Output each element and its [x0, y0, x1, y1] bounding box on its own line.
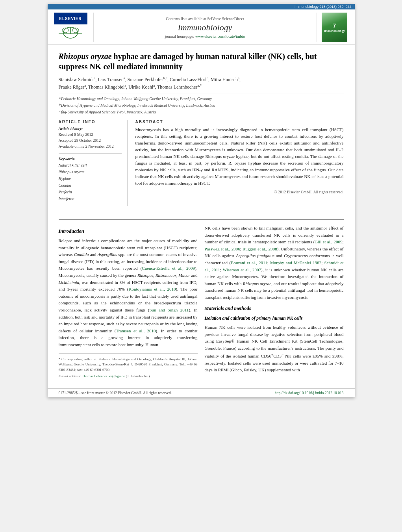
affiliation-a: ᵃ Pediatric Hematology and Oncology, Joh…: [59, 96, 344, 102]
divider: [59, 153, 122, 154]
article-title: Rhizopus oryzae hyphae are damaged by hu…: [59, 51, 344, 72]
ref-sun[interactable]: Sun and Singh 2011: [149, 308, 189, 312]
journal-volume-bar: Immunobiology 218 (2013) 939–944: [48, 4, 355, 9]
intro-paragraph: Relapse and infectious complications are…: [59, 237, 198, 348]
footnote-section: * Corresponding author at: Pediatric Hem…: [59, 353, 198, 379]
ref-ruggeri[interactable]: Ruggeri et al., 2008: [243, 247, 277, 251]
email-footnote: E-mail address: Thomas.Lehrnbecher@kgu.d…: [59, 374, 198, 379]
ref-tramsen[interactable]: Tramsen et al., 2010: [116, 328, 156, 333]
received-date: Received 8 May 2012: [59, 132, 122, 137]
main-content: Introduction Relapse and infectious comp…: [48, 225, 355, 388]
keyword-2: Rhizopus oryzae: [59, 169, 122, 175]
section-divider: [59, 219, 344, 220]
ref-gill[interactable]: Gill et al., 2009: [315, 239, 342, 244]
abstract-heading: ABSTRACT: [135, 120, 344, 124]
ref-wiseman[interactable]: Wiseman et al., 2007: [223, 267, 261, 272]
article-info-abstract: ARTICLE INFO Article history: Received 8…: [59, 120, 344, 206]
contents-label: Contents lists available at SciVerse Sci…: [166, 17, 244, 21]
article-body: Rhizopus oryzae hyphae are damaged by hu…: [48, 45, 355, 219]
journal-cover-area: 7 immunobiology: [321, 13, 348, 42]
affiliation-c: ᶜ fhg-University of Applied Sciences Tyr…: [59, 109, 344, 115]
abstract-body: Mucormycosis has a high mortality and is…: [135, 127, 344, 185]
email-suffix: (T. Lehrnbecher).: [126, 374, 151, 378]
isolation-paragraph: Human NK cells were isolated from health…: [205, 324, 344, 374]
history-label: Article history:: [59, 126, 122, 131]
page: Immunobiology 218 (2013) 939–944 ELSEVIE…: [48, 4, 355, 397]
left-column: Introduction Relapse and infectious comp…: [59, 225, 198, 380]
article-history: Article history: Received 8 May 2012 Acc…: [59, 126, 122, 149]
homepage-label: journal homepage:: [165, 34, 195, 39]
email-address: Thomas.Lehrnbecher@kgu.de: [82, 374, 125, 378]
isolation-title: Isolation and cultivation of primary hum…: [205, 315, 344, 322]
keyword-1: Natural killer cell: [59, 162, 122, 169]
title-italic: Rhizopus oryzae: [59, 52, 112, 61]
email-label: E-mail address:: [59, 374, 81, 378]
abstract-text: Mucormycosis has a high mortality and is…: [135, 126, 344, 187]
header-center: Contents lists available at SciVerse Sci…: [93, 13, 317, 42]
journal-header: ELSEVIER Contents lists available at Sci…: [48, 9, 355, 45]
affiliation-b: ᵇ Division of Hygiene and Medical Microb…: [59, 102, 344, 108]
keywords-label: Keywords:: [59, 157, 122, 161]
intro-title: Introduction: [59, 227, 198, 235]
accepted-date: Accepted 28 October 2012: [59, 137, 122, 143]
author-schmidt: Stanislaw Schmidta, Lars Tramsena, Susan…: [59, 77, 241, 82]
abstract-column: ABSTRACT Mucormycosis has a high mortali…: [135, 120, 344, 206]
elsevier-logo-area: ELSEVIER: [54, 13, 89, 42]
article-info-column: ARTICLE INFO Article history: Received 8…: [59, 120, 128, 206]
keyword-4: Conidia: [59, 182, 122, 189]
sciverse-info: Contents lists available at SciVerse Sci…: [166, 17, 244, 21]
journal-title: Immunobiology: [178, 22, 232, 33]
corresponding-footnote: * Corresponding author at: Pediatric Hem…: [59, 357, 198, 373]
elsevier-tree-icon: [54, 24, 87, 42]
issn-text: 0171-2985/$ – see front matter © 2012 El…: [59, 391, 172, 395]
elsevier-label: ELSEVIER: [59, 17, 82, 21]
available-date: Available online 2 November 2012: [59, 143, 122, 149]
materials-title: Materials and methods: [205, 304, 344, 312]
keywords-section: Keywords: Natural killer cell Rhizopus o…: [59, 157, 122, 202]
homepage-url: www.elsevier.com/locate/imbio: [195, 34, 245, 39]
ref-kontoyiannis[interactable]: Kontoyiannis et al., 2010: [128, 287, 176, 291]
cover-number: 7: [324, 22, 345, 29]
right-column: NK cells have been shown to kill maligna…: [205, 225, 344, 380]
article-info-heading: ARTICLE INFO: [59, 120, 122, 124]
ref-passweg[interactable]: Passweg et al., 2006: [205, 247, 240, 251]
volume-text: Immunobiology 218 (2013) 939–944: [295, 5, 352, 9]
affiliations: ᵃ Pediatric Hematology and Oncology, Joh…: [59, 93, 344, 115]
keyword-5: Perforin: [59, 189, 122, 195]
journal-homepage: journal homepage: www.elsevier.com/locat…: [165, 34, 245, 39]
keyword-6: Interferon: [59, 195, 122, 202]
ref-cuenca[interactable]: Cuenca-Estrella et al., 2009: [142, 266, 195, 271]
doi-text: http://dx.doi.org/10.1016/j.imbio.2012.1…: [275, 391, 344, 395]
homepage-link[interactable]: www.elsevier.com/locate/imbio: [195, 34, 245, 39]
ref-bouzani[interactable]: Bouzani et al., 2011: [231, 260, 267, 265]
copyright: © 2012 Elsevier GmbH. All rights reserve…: [135, 190, 344, 194]
author-others: Frauke Rögera, Thomas Klingebiela, Ulrik…: [59, 84, 202, 90]
doi-link[interactable]: http://dx.doi.org/10.1016/j.imbio.2012.1…: [275, 391, 344, 395]
ref-murphy[interactable]: Murphy and McDaniel 1982: [270, 260, 321, 265]
authors-list: Stanislaw Schmidta, Lars Tramsena, Susan…: [59, 76, 344, 91]
email-link[interactable]: Thomas.Lehrnbecher@kgu.de: [82, 374, 125, 378]
right-intro-paragraph: NK cells have been shown to kill maligna…: [205, 225, 344, 301]
bottom-bar: 0171-2985/$ – see front matter © 2012 El…: [48, 388, 355, 397]
elsevier-logo: ELSEVIER: [54, 13, 87, 24]
keyword-3: Hyphae: [59, 175, 122, 182]
cover-label: immunobiology: [324, 30, 345, 32]
journal-cover: 7 immunobiology: [322, 13, 347, 42]
keywords-list: Natural killer cell Rhizopus oryzae Hyph…: [59, 162, 122, 202]
